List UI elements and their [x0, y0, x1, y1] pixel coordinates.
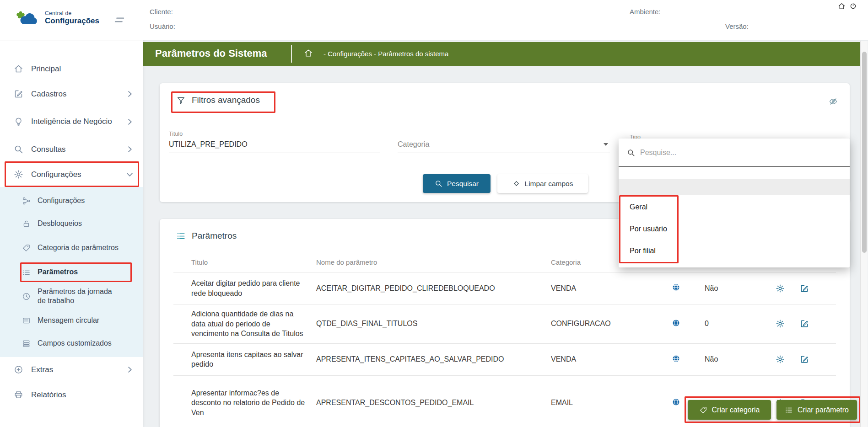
cell-acoes	[776, 355, 836, 364]
sidebar-item-principal[interactable]: Principal	[0, 56, 143, 81]
title-separator	[291, 45, 292, 63]
screen: Central de Configurações Cliente: Usuári…	[0, 0, 868, 427]
cell-nome: APRESENTAR_DESCONTOS_PEDIDO_EMAIL	[316, 399, 551, 407]
logo-line2: Configurações	[45, 16, 99, 26]
sidebar-subitem-desbloqueios[interactable]: Desbloqueios	[0, 212, 143, 235]
versao-label: Versão:	[725, 22, 749, 30]
top-right-icons	[838, 2, 857, 10]
categoria-select-label: Categoria	[398, 140, 429, 148]
pesquisar-button-label: Pesquisar	[447, 180, 479, 188]
cell-titulo: Adiciona quantidade de dias na data atua…	[191, 304, 316, 343]
sidebar-item-cadastros[interactable]: Cadastros	[0, 81, 143, 107]
dropdown-option-por-usuario[interactable]: Por usuário	[619, 218, 850, 240]
row-gear-icon[interactable]	[776, 319, 785, 328]
cell-valor: 0	[705, 320, 776, 328]
cell-acoes	[776, 284, 836, 293]
tag-icon	[22, 244, 31, 252]
row-edit-icon[interactable]	[800, 355, 809, 364]
sidebar-item-consultas[interactable]: Consultas	[0, 137, 143, 162]
row-gear-icon[interactable]	[776, 284, 785, 293]
row-edit-icon[interactable]	[800, 284, 809, 293]
diamond-eraser-icon	[512, 180, 520, 187]
pencil-square-icon	[14, 89, 23, 99]
logout-icon[interactable]	[849, 2, 857, 10]
dropdown-option-geral[interactable]: Geral	[619, 196, 850, 218]
sidebar-subitem-configuracoes[interactable]: Configurações	[0, 189, 143, 212]
header-nome: Nome do parâmetro	[316, 258, 551, 266]
cell-tipo	[672, 319, 705, 329]
cell-titulo: Aceitar digitar pedido para cliente rede…	[191, 274, 316, 303]
chevron-right-icon	[125, 365, 135, 374]
breadcrumb-home-icon[interactable]	[304, 48, 313, 58]
sidebar-subitem-label: Desbloqueios	[38, 219, 82, 228]
sidebar: Principal Cadastros Inteligência de Negó…	[0, 40, 143, 427]
page-scrollbar-thumb[interactable]	[862, 52, 867, 253]
row-gear-icon[interactable]	[776, 355, 785, 364]
clock-icon	[22, 292, 31, 301]
list-icon	[785, 406, 793, 414]
limpar-campos-button[interactable]: Limpar campos	[497, 174, 588, 193]
funnel-icon	[176, 96, 186, 105]
sidebar-subitem-label: Campos customizados	[38, 339, 112, 348]
cloud-logo-icon	[16, 9, 40, 27]
header-titulo: Titulo	[191, 258, 316, 266]
dropdown-options: Geral Por usuário Por filial	[619, 196, 850, 262]
breadcrumb: - Configurações - Parâmetros do sistema	[323, 50, 448, 58]
logo-text: Central de Configurações	[45, 10, 99, 26]
cell-nome: QTDE_DIAS_FINAL_TITULOS	[316, 320, 551, 328]
sidebar-item-label: Principal	[31, 64, 61, 74]
sidebar-subitem-campos-customizados[interactable]: Campos customizados	[0, 332, 143, 355]
search-icon	[14, 144, 23, 154]
search-icon	[435, 180, 442, 187]
dropdown-blank-option[interactable]	[619, 179, 850, 195]
usuario-label: Usuário:	[150, 22, 175, 30]
ambiente-label: Ambiente:	[630, 8, 661, 16]
house-icon	[14, 64, 23, 74]
message-card-icon	[22, 316, 31, 325]
top-header: Central de Configurações Cliente: Usuári…	[0, 0, 868, 40]
home-icon[interactable]	[838, 2, 846, 10]
logo-line1: Central de	[45, 10, 99, 16]
page-header-bar: Parâmetros do Sistema - Configurações - …	[143, 42, 860, 66]
chevron-right-icon	[125, 117, 135, 127]
app-logo[interactable]: Central de Configurações	[16, 9, 99, 27]
titulo-field-label: Titulo	[169, 131, 380, 139]
sidebar-item-inteligencia[interactable]: Inteligência de Negócio	[0, 107, 143, 137]
list-icon	[176, 231, 186, 241]
cell-nome: APRESENTA_ITENS_CAPITAES_AO_SALVAR_PEDID…	[316, 355, 551, 363]
tag-icon	[699, 406, 707, 414]
chevron-down-icon	[125, 170, 135, 179]
menu-toggle-button[interactable]	[111, 14, 128, 26]
categoria-field: Categoria	[398, 131, 610, 153]
filters-card-header[interactable]: Filtros avançados	[176, 95, 260, 105]
dropdown-option-por-filial[interactable]: Por filial	[619, 240, 850, 262]
sidebar-subitem-parametros[interactable]: Parâmetros	[0, 261, 143, 283]
pesquisar-button[interactable]: Pesquisar	[423, 174, 491, 193]
text-cursor-icon	[771, 402, 776, 417]
sidebar-subitem-parametros-jornada[interactable]: Parâmetros da jornada de trabalho	[0, 283, 143, 309]
row-edit-icon[interactable]	[800, 319, 809, 328]
titulo-input[interactable]	[169, 139, 380, 153]
chevron-right-icon	[125, 144, 135, 154]
criar-categoria-button[interactable]: Criar categoria	[688, 400, 771, 420]
sidebar-subitem-categoria-de-parametros[interactable]: Categoria de parâmetros	[0, 235, 143, 261]
sidebar-item-relatorios[interactable]: Relatórios	[0, 382, 143, 407]
cliente-label: Cliente:	[150, 8, 173, 16]
eye-off-icon[interactable]	[829, 97, 838, 106]
sidebar-item-configuracoes[interactable]: Configurações	[0, 162, 143, 187]
dropdown-search-input[interactable]	[640, 149, 841, 157]
cell-acoes	[776, 319, 836, 328]
categoria-select[interactable]: Categoria	[398, 139, 610, 153]
page-scrollbar-track[interactable]	[860, 41, 868, 427]
sidebar-subitem-mensagem-circular[interactable]: Mensagem circular	[0, 309, 143, 332]
sidebar-item-extras[interactable]: Extras	[0, 357, 143, 382]
cell-categoria: VENDA	[551, 355, 672, 363]
sidebar-item-label: Cadastros	[31, 89, 66, 99]
list-icon	[22, 268, 31, 277]
criar-parametro-button[interactable]: Criar parâmetro	[776, 400, 857, 420]
cell-categoria: EMAIL	[551, 399, 672, 407]
globe-icon	[672, 319, 680, 327]
cell-tipo	[672, 283, 705, 294]
cell-categoria: VENDA	[551, 284, 672, 293]
tipo-dropdown-panel: Geral Por usuário Por filial	[619, 139, 850, 267]
